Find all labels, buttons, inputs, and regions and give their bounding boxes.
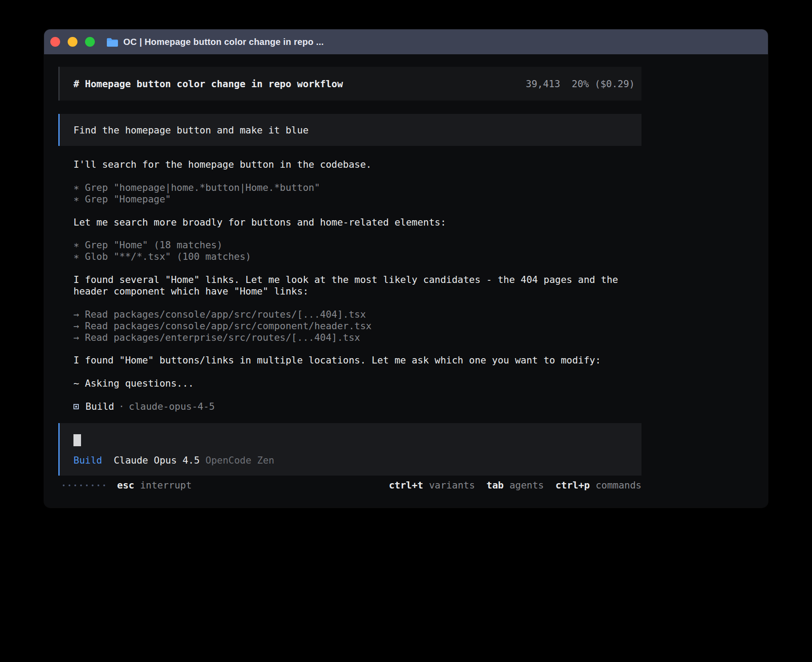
statusbar-left: esc interrupt [58, 480, 192, 491]
tool-call-read: → Read packages/console/app/src/componen… [73, 320, 626, 332]
spinner-dot [74, 484, 76, 486]
assistant-paragraph: I found "Home" buttons/links in multiple… [73, 355, 626, 366]
assistant-text: I found several "Home" links. Let me loo… [73, 274, 626, 297]
terminal-content: # Homepage button color change in repo w… [44, 54, 768, 508]
assistant-response: I'll search for the homepage button in t… [58, 159, 641, 412]
prompt-input[interactable]: Build Claude Opus 4.5 OpenCode Zen [58, 423, 641, 476]
esc-label: interrupt [140, 480, 192, 491]
agent-name: Build [85, 401, 114, 412]
agent-model: claude-opus-4-5 [129, 401, 215, 412]
tool-call-group: → Read packages/console/app/src/routes/[… [73, 309, 626, 343]
assistant-text: I'll search for the homepage button in t… [73, 159, 626, 170]
token-count: 39,413 [526, 78, 560, 89]
tool-call-group: ∗ Grep "Home" (18 matches) ∗ Glob "**/*.… [73, 239, 626, 262]
assistant-paragraph: I found several "Home" links. Let me loo… [73, 274, 626, 297]
tool-call-read: → Read packages/console/app/src/routes/[… [73, 309, 626, 320]
text-cursor [73, 434, 81, 446]
shortcut-label: agents [509, 480, 544, 491]
input-status-row: Build Claude Opus 4.5 OpenCode Zen [73, 455, 628, 466]
mode-label: Build [73, 455, 102, 466]
tool-call-read: → Read packages/enterprise/src/routes/[.… [73, 332, 626, 343]
tool-call-grep: ∗ Grep "Home" (18 matches) [73, 239, 626, 251]
statusbar: esc interrupt ctrl+t variants tab agents… [58, 480, 641, 491]
session-header: # Homepage button color change in repo w… [58, 67, 641, 101]
assistant-text: I found "Home" buttons/links in multiple… [73, 355, 626, 366]
shortcut-label: variants [429, 480, 475, 491]
context-cost: 20% ($0.29) [572, 78, 635, 89]
window-title: OC | Homepage button color change in rep… [123, 37, 324, 47]
session-stats: 39,413 20% ($0.29) [526, 78, 635, 89]
shortcut-key: ctrl+p [556, 480, 590, 491]
assistant-paragraph: I'll search for the homepage button in t… [73, 159, 626, 170]
folder-icon [106, 37, 118, 47]
status-separator: · [118, 401, 124, 412]
shortcut-label: commands [596, 480, 641, 491]
shortcut-key: tab [487, 480, 504, 491]
asking-questions-status: ~ Asking questions... [73, 378, 626, 389]
shortcut-variants: ctrl+t variants [389, 480, 475, 491]
assistant-paragraph: Let me search more broadly for buttons a… [73, 217, 626, 228]
assistant-paragraph: ~ Asking questions... [73, 378, 626, 389]
spinner-dot [80, 484, 82, 486]
tool-call-group: ∗ Grep "homepage|home.*button|Home.*butt… [73, 182, 626, 205]
spinner-dot [97, 484, 99, 486]
assistant-text: Let me search more broadly for buttons a… [73, 217, 626, 228]
spinner-dot [63, 484, 65, 486]
agent-status-row: Build · claude-opus-4-5 [73, 401, 626, 412]
terminal-window: OC | Homepage button color change in rep… [44, 29, 768, 508]
close-button[interactable] [50, 37, 60, 47]
session-title: # Homepage button color change in repo w… [73, 78, 343, 89]
spinner-dots [63, 484, 105, 486]
shortcut-agents: tab agents [487, 480, 544, 491]
spinner-dot [69, 484, 70, 486]
zoom-button[interactable] [85, 37, 95, 47]
spinner-dot [103, 484, 105, 486]
tool-call-grep: ∗ Grep "Homepage" [73, 194, 626, 205]
titlebar[interactable]: OC | Homepage button color change in rep… [44, 29, 768, 54]
statusbar-right: ctrl+t variants tab agents ctrl+p comman… [389, 480, 641, 491]
spinner-dot [92, 484, 93, 486]
traffic-lights [50, 37, 95, 47]
provider-label: OpenCode Zen [206, 455, 275, 466]
shortcut-commands: ctrl+p commands [556, 480, 641, 491]
esc-key: esc [117, 480, 134, 491]
tool-call-glob: ∗ Glob "**/*.tsx" (100 matches) [73, 251, 626, 262]
minimize-button[interactable] [68, 37, 77, 47]
user-message-text: Find the homepage button and make it blu… [73, 125, 309, 136]
spinner-dot [86, 484, 88, 486]
shortcut-key: ctrl+t [389, 480, 423, 491]
tool-call-grep: ∗ Grep "homepage|home.*button|Home.*butt… [73, 182, 626, 194]
agent-icon [73, 404, 79, 409]
model-label: Claude Opus 4.5 [114, 455, 199, 466]
user-message: Find the homepage button and make it blu… [58, 114, 641, 146]
